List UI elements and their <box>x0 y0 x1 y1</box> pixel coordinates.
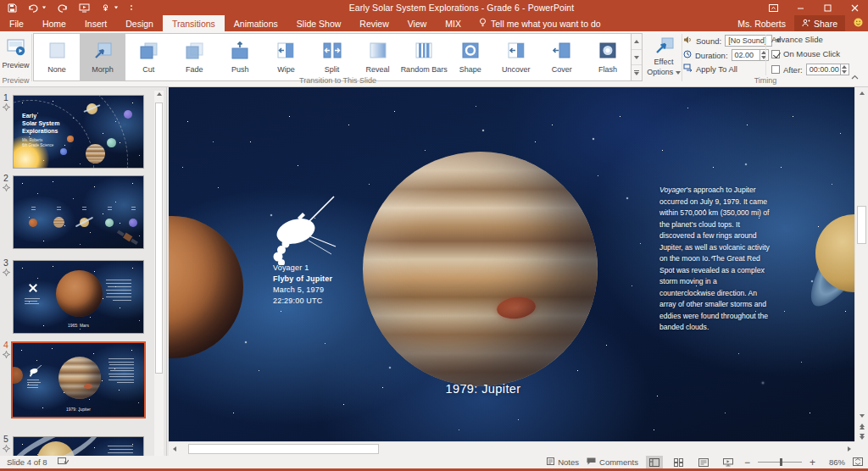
vertical-scrollbar[interactable] <box>854 87 868 441</box>
scroll-down-icon[interactable] <box>855 410 868 421</box>
tab-home[interactable]: Home <box>33 15 75 31</box>
planet-mars <box>29 219 37 227</box>
fit-slide-to-window-icon[interactable] <box>853 457 863 468</box>
tab-animations[interactable]: Animations <box>225 15 287 31</box>
horizontal-scrollbar-thumb[interactable] <box>188 444 379 454</box>
transition-wipe[interactable]: Wipe <box>263 34 309 80</box>
after-checkbox[interactable] <box>771 65 780 74</box>
slide-canvas[interactable]: Voyager 1 Flyby of Jupiter March 5, 1979… <box>169 87 854 441</box>
slide-thumbnail-5[interactable] <box>13 436 144 456</box>
slide-show-view-button[interactable] <box>720 456 737 468</box>
slide-caption-textbox[interactable]: 1979: Jupiter <box>356 382 610 396</box>
transition-random-bars[interactable]: Random Bars <box>401 34 448 80</box>
slide-thumbnail-4-selected[interactable]: 1979: Jupiter <box>11 341 146 418</box>
slide-sorter-view-button[interactable] <box>670 456 687 468</box>
zoom-out-button[interactable]: − <box>744 458 750 467</box>
start-from-beginning-icon[interactable] <box>79 3 90 13</box>
animation-star-icon[interactable] <box>3 184 10 193</box>
tab-view[interactable]: View <box>398 15 437 31</box>
tab-design[interactable]: Design <box>116 15 163 31</box>
collapse-ribbon-icon[interactable] <box>851 72 859 81</box>
animation-star-icon[interactable] <box>3 351 10 360</box>
thumbnail-scrollbar[interactable] <box>154 91 164 456</box>
undo-icon[interactable] <box>28 3 38 13</box>
apply-to-all-button[interactable]: Apply To All <box>683 64 737 74</box>
transition-reveal[interactable]: Reveal <box>355 34 401 80</box>
undo-dropdown-icon[interactable] <box>42 7 46 9</box>
duration-input[interactable]: 02.00 <box>732 49 760 61</box>
maximize-icon[interactable] <box>814 0 841 15</box>
tab-file[interactable]: File <box>0 15 33 31</box>
signed-in-user[interactable]: Ms. Roberts <box>737 19 786 29</box>
thumbnail-scroll-up-icon[interactable] <box>154 92 164 96</box>
voyager-spacecraft-graphic[interactable] <box>264 194 337 267</box>
zoom-percentage[interactable]: 86% <box>823 457 845 467</box>
after-time-input[interactable]: 00:00.00 <box>806 64 841 75</box>
transition-fade[interactable]: Fade <box>171 34 217 80</box>
normal-view-button[interactable] <box>646 456 663 468</box>
gallery-scroll-down-icon[interactable] <box>632 50 642 66</box>
flash-transition-icon <box>597 42 619 62</box>
slide-indicator[interactable]: Slide 4 of 8 <box>7 457 47 467</box>
animation-star-icon[interactable] <box>3 445 10 454</box>
scroll-up-icon[interactable] <box>855 87 868 98</box>
tab-transitions[interactable]: Transitions <box>163 15 225 31</box>
touch-mouse-mode-icon[interactable] <box>101 3 110 13</box>
transition-push[interactable]: Push <box>217 34 263 80</box>
slide-thumbnail-3[interactable]: 1965: Mars <box>13 260 144 334</box>
after-spinner[interactable] <box>841 64 849 75</box>
zoom-slider-thumb[interactable] <box>780 458 782 466</box>
scroll-left-icon[interactable] <box>169 442 180 456</box>
effect-options-button[interactable]: Effect Options <box>646 34 682 80</box>
duration-spinner[interactable] <box>760 49 769 61</box>
animation-star-icon[interactable] <box>3 269 10 278</box>
animation-star-icon[interactable] <box>3 103 10 113</box>
tab-mix[interactable]: MIX <box>436 15 470 31</box>
share-button[interactable]: Share <box>794 15 845 31</box>
scroll-right-icon[interactable] <box>843 442 854 456</box>
transition-cover[interactable]: Cover <box>539 34 585 80</box>
preview-button[interactable]: Preview <box>2 34 30 75</box>
transition-uncover[interactable]: Uncover <box>493 34 539 80</box>
thumbnail-scrollbar-thumb[interactable] <box>155 103 163 374</box>
comments-button[interactable]: Comments <box>587 457 638 467</box>
mars-planet-edge[interactable] <box>169 216 243 358</box>
touch-mode-dropdown-icon[interactable] <box>114 7 118 9</box>
on-mouse-click-checkbox[interactable]: On Mouse Click <box>771 49 840 58</box>
tab-slide-show[interactable]: Slide Show <box>287 15 351 31</box>
slide-body-textbox[interactable]: Voyager's approach to Jupiter occurred o… <box>659 185 770 334</box>
duration-row: Duration: 02.00 <box>683 49 769 61</box>
voyager-date: March 5, 1979 <box>273 285 332 296</box>
transition-cut[interactable]: Cut <box>125 34 171 80</box>
tell-me-box[interactable]: Tell me what you want to do <box>470 15 609 31</box>
close-icon[interactable] <box>841 0 868 15</box>
save-icon[interactable] <box>8 3 17 13</box>
previous-slide-button[interactable] <box>855 422 868 431</box>
slide-thumbnail-2[interactable] <box>13 175 144 249</box>
jupiter-planet-image[interactable] <box>363 152 598 386</box>
transition-flash[interactable]: Flash <box>585 34 631 80</box>
zoom-slider[interactable] <box>758 456 802 468</box>
ribbon-display-options-icon[interactable] <box>760 0 787 15</box>
tab-review[interactable]: Review <box>350 15 398 31</box>
vertical-scrollbar-thumb[interactable] <box>857 206 866 244</box>
feedback-smiley-icon[interactable] <box>854 18 863 29</box>
voyager-info-textbox[interactable]: Voyager 1 Flyby of Jupiter March 5, 1979… <box>273 263 332 307</box>
minimize-icon[interactable] <box>787 0 814 15</box>
transition-split[interactable]: Split <box>309 34 354 80</box>
tab-insert[interactable]: Insert <box>75 15 116 31</box>
transition-morph[interactable]: Morph <box>80 34 125 80</box>
horizontal-scrollbar[interactable] <box>169 441 854 456</box>
gallery-scroll-up-icon[interactable] <box>632 34 642 50</box>
window-controls <box>741 0 868 15</box>
display-settings-icon[interactable] <box>58 457 69 468</box>
transition-none[interactable]: None <box>34 34 80 80</box>
reading-view-button[interactable] <box>695 456 712 468</box>
transition-shape[interactable]: Shape <box>448 34 493 80</box>
next-slide-button[interactable] <box>855 432 868 441</box>
customize-qat-icon[interactable] <box>130 4 133 12</box>
slide-thumbnail-1[interactable]: Early Solar System Explorations Ms. Robe… <box>13 95 144 169</box>
redo-icon[interactable] <box>58 3 68 13</box>
zoom-in-button[interactable]: + <box>810 458 815 467</box>
notes-button[interactable]: Notes <box>547 457 579 467</box>
